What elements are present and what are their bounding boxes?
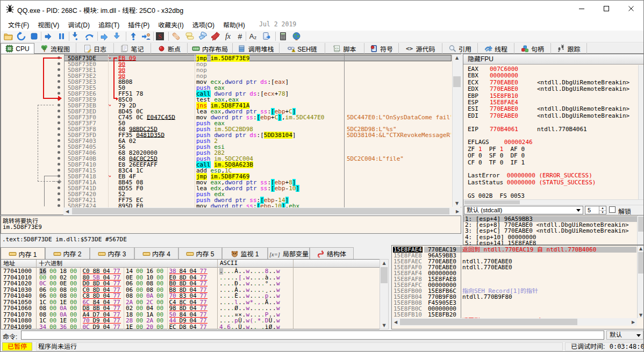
- breakpoint-gutter-dot[interactable]: [58, 157, 60, 160]
- tab-笔记[interactable]: 笔记: [114, 43, 151, 54]
- flags-row[interactable]: CF 0 TF 0 IF 1: [468, 160, 525, 166]
- disasm-row-5D8F7415[interactable]: 5D8F741583C4 1Cadd esp,1C: [1, 168, 452, 174]
- scroll-up-arrow-icon[interactable]: ▲: [638, 246, 644, 252]
- argument-row-3[interactable]: 3: [esp+C] 770EABE0 <ntdll.DbgUiRemoteBr…: [463, 228, 638, 234]
- breakpoint-gutter-dot[interactable]: [58, 145, 60, 148]
- menu-item-F[interactable]: 文件(F): [4, 17, 33, 31]
- dump-vertical-scrollbar[interactable]: ▲ ▼: [380, 259, 389, 329]
- stack-horizontal-scrollbar[interactable]: ◀ ▶: [392, 318, 637, 326]
- stack-row-15E8FAFC[interactable]: 15E8FAFC00000000: [392, 282, 636, 288]
- command-profile-select[interactable]: 默认: [606, 331, 643, 340]
- dump-tab-监视 1[interactable]: 监视 1: [222, 247, 268, 259]
- step-over-icon[interactable]: [85, 32, 95, 41]
- scroll-left-arrow-icon[interactable]: ◀: [392, 319, 399, 325]
- dump-row-77041040[interactable]: 7704104006000800C88D047708000A0070830477…: [1, 293, 377, 299]
- dump-row-77041070[interactable]: 7704107008000A00A4D7047718001A0050840477…: [1, 312, 377, 318]
- tab-源代码[interactable]: <>源代码: [399, 43, 442, 54]
- menu-item-I[interactable]: 收藏夹(I): [154, 17, 188, 31]
- menu-item-P[interactable]: 插件(P): [124, 17, 154, 31]
- breakpoint-gutter-dot[interactable]: [58, 110, 60, 112]
- disasm-row-5D8F73E9[interactable]: 5D8F73E985C0test eax,eax: [1, 97, 452, 103]
- case-icon[interactable]: Az: [248, 32, 258, 41]
- patches-icon[interactable]: [171, 32, 181, 41]
- dump-row-77041050[interactable]: 770410501C001E006C8404772A002C00C48C0477…: [1, 299, 377, 306]
- scroll-thumb[interactable]: [453, 76, 461, 87]
- pause-icon[interactable]: [57, 32, 67, 41]
- stack-row-15E8FB08[interactable]: 15E8FB08F45905E3: [392, 300, 636, 306]
- breakpoint-gutter-dot[interactable]: [58, 104, 60, 106]
- close-button[interactable]: [619, 1, 643, 17]
- calculator-icon[interactable]: [278, 32, 288, 41]
- disasm-row-5D8F73DE[interactable]: 5D8F73DEEB 09jmp im.5D8F73E9: [1, 55, 452, 61]
- arguments-vertical-scrollbar[interactable]: [637, 215, 644, 245]
- step-out-icon[interactable]: [114, 32, 124, 41]
- dump-tab-内存 3[interactable]: 内存 3: [90, 247, 134, 259]
- tab-线程[interactable]: 线程: [478, 43, 514, 54]
- menu-item-H[interactable]: 帮助(H): [219, 17, 249, 31]
- dump-tab-内存 5[interactable]: 内存 5: [178, 247, 222, 259]
- stack-row-15E8FB04[interactable]: 15E8FB04770B9F80ntdll.770B9F80: [392, 294, 636, 300]
- scroll-up-arrow-icon[interactable]: ▲: [453, 55, 461, 61]
- breakpoint-gutter-dot[interactable]: [58, 169, 60, 171]
- segment-registers-row[interactable]: GS 002B FS 0053: [468, 193, 525, 199]
- tab-cpu[interactable]: 32CPU: [1, 43, 34, 54]
- breakpoint-gutter-dot[interactable]: [58, 121, 60, 124]
- stop-icon[interactable]: [30, 32, 39, 41]
- scylla-icon[interactable]: S: [155, 32, 165, 41]
- breakpoint-gutter-dot[interactable]: [58, 127, 60, 130]
- argument-count-spinner[interactable]: 5 ▲▼: [585, 206, 606, 214]
- calling-convention-select[interactable]: 默认 (stdcall): [464, 206, 583, 214]
- stack-row-15E8FAEC[interactable]: 15E8FAEC770EABE0ntdll.770EABE0: [392, 258, 636, 264]
- menu-item-T[interactable]: 追踪(T): [94, 17, 124, 31]
- breakpoint-gutter-dot[interactable]: [58, 133, 60, 136]
- menu-item-O[interactable]: 选项(O): [188, 17, 219, 31]
- comments-icon[interactable]: [185, 32, 195, 41]
- stack-vertical-scrollbar[interactable]: ▲ ▼: [637, 246, 644, 318]
- breakpoint-gutter-dot[interactable]: [58, 151, 60, 154]
- scroll-thumb[interactable]: [638, 217, 644, 232]
- disasm-row-5D8F73E1[interactable]: 5D8F73E190nop: [1, 67, 452, 73]
- disasm-row-5D8F73E3[interactable]: 5D8F73E38B08mov ecx,dword ptr ds:[eax]: [1, 79, 452, 85]
- functions-icon[interactable]: fx: [224, 32, 233, 41]
- scroll-down-arrow-icon[interactable]: ▼: [638, 312, 644, 318]
- hide-fpu-button[interactable]: 隐藏FPU: [463, 54, 644, 64]
- dump-row-77041080[interactable]: 770410801C001E0070D9047728002A0044D90477…: [1, 318, 377, 324]
- stack-row-15E8FAE4[interactable]: 15E8FAE4770EAC19返回到 ntdll.770EAC19 自 ntd…: [392, 247, 636, 253]
- tab-句柄[interactable]: 句柄: [514, 43, 551, 54]
- register-row-edi[interactable]: EDI770EABE0<ntdll.DbgUiRemoteBreakin>: [468, 113, 629, 119]
- breakpoint-gutter-dot[interactable]: [58, 139, 60, 142]
- internet-icon[interactable]: [292, 32, 302, 41]
- disassembly-vertical-scrollbar[interactable]: ▲ ▼: [452, 54, 461, 207]
- tab-引用[interactable]: 引用: [442, 43, 478, 54]
- stack-row-15E8FAE8[interactable]: 15E8FAE896A59BB3: [392, 253, 636, 258]
- bookmarks-icon[interactable]: [211, 32, 221, 41]
- dump-tab-内存 2[interactable]: 内存 2: [45, 247, 90, 259]
- scroll-left-arrow-icon[interactable]: ◀: [64, 209, 70, 214]
- labels-icon[interactable]: [198, 32, 208, 41]
- disasm-row-5D8F73F0[interactable]: 5D8F73F0C745 0C E047C45Dmov dword ptr ss…: [1, 114, 452, 120]
- disasm-row-5D8F73FD[interactable]: 5D8F73FDFF35 0481D35Dpush dword ptr ds:[…: [1, 132, 452, 138]
- menu-item-D[interactable]: 调试(D): [63, 17, 94, 31]
- dump-row-77041000[interactable]: 7704100016001800C08B04771400160038840477…: [1, 268, 377, 275]
- scroll-thumb[interactable]: [72, 208, 449, 214]
- registers-horizontal-scrollbar[interactable]: [463, 199, 644, 205]
- stack-row-15E8FB10[interactable]: 15E8FB1015E8FB20: [392, 312, 636, 318]
- menu-item-V[interactable]: 视图(V): [33, 17, 63, 31]
- scroll-down-arrow-icon[interactable]: ▼: [453, 200, 461, 206]
- tab-断点[interactable]: 断点: [151, 43, 188, 54]
- command-input[interactable]: [21, 331, 604, 340]
- disasm-row-5D8F7405[interactable]: 5D8F740556push esi: [1, 144, 452, 150]
- dump-tab-结构体[interactable]: 结构体: [310, 247, 354, 259]
- disassembly-horizontal-scrollbar[interactable]: ◀ ▶: [63, 207, 461, 215]
- scroll-right-arrow-icon[interactable]: ▶: [630, 319, 636, 325]
- minimize-button[interactable]: [569, 1, 594, 17]
- dump-tab-内存 1[interactable]: 内存 1: [1, 247, 45, 260]
- dump-tab-内存 4[interactable]: 内存 4: [134, 247, 178, 259]
- disasm-row-5D8F73E0[interactable]: 5D8F73E090nop: [1, 61, 452, 67]
- stack-row-15E8FAF4[interactable]: 15E8FAF400000000: [392, 270, 636, 276]
- stack-row-15E8FB0C[interactable]: 15E8FB0C00000000: [392, 306, 636, 312]
- execute-till-return-icon[interactable]: [101, 32, 110, 41]
- restart-icon[interactable]: [17, 32, 26, 41]
- maximize-button[interactable]: [594, 1, 619, 17]
- scroll-thumb[interactable]: [638, 252, 644, 274]
